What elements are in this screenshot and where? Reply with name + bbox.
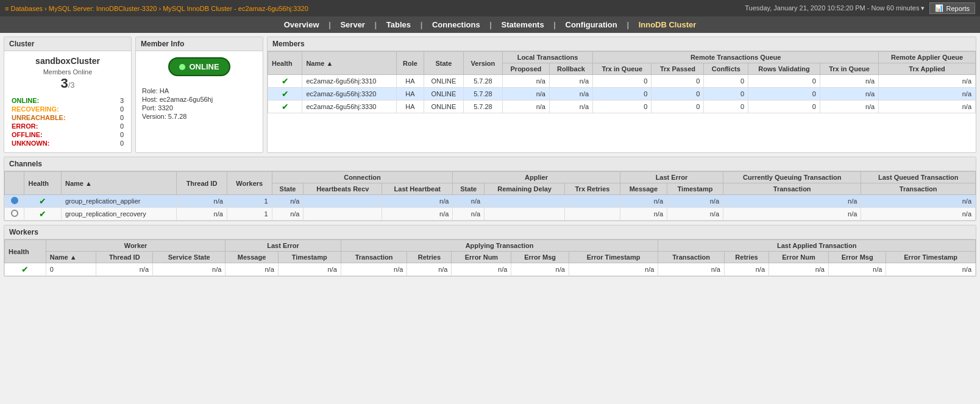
member-trx-applied: n/a <box>879 88 976 101</box>
ch-col-workers: Workers <box>227 172 272 195</box>
top-row: Cluster sandboxCluster Members Online 3/… <box>4 37 976 153</box>
breadcrumb-server[interactable]: MySQL Server: InnoDBCluster-3320 <box>49 5 157 12</box>
ch-curr-trx: n/a <box>723 208 861 221</box>
member-state: ONLINE <box>424 75 463 88</box>
cluster-body: sandboxCluster Members Online 3/3 ONLINE… <box>4 51 131 152</box>
ch-ts-col: Timestamp <box>667 183 723 195</box>
nav-connections[interactable]: Connections <box>432 20 480 29</box>
status-unreachable: UNREACHABLE: 0 <box>9 113 126 122</box>
ch-workers: 1 <box>227 208 272 221</box>
ch-applier-state: n/a <box>453 208 485 221</box>
ch-last-trx: n/a <box>861 195 976 208</box>
members-panel: Members Health Name ▲ Role State Version… <box>267 37 976 153</box>
ch-hb-recv-col: Heartbeats Recv <box>304 183 382 195</box>
member-trx-applied: n/a <box>879 75 976 88</box>
wk-col-retries: Retries <box>407 252 452 263</box>
ch-hb-recv <box>304 195 382 208</box>
ch-message: n/a <box>620 195 667 208</box>
member-proposed: n/a <box>502 88 549 101</box>
wk-col-group-worker: Worker <box>46 240 225 252</box>
nav-tables[interactable]: Tables <box>386 20 411 29</box>
member-row[interactable]: ✔ ec2amaz-6gu56hj:3320 HA ONLINE 5.7.28 … <box>268 88 976 101</box>
wk-col-name[interactable]: Name ▲ <box>46 252 96 263</box>
channels-table: Health Name ▲ Thread ID Workers Connecti… <box>4 171 976 221</box>
status-grid: ONLINE: 3 RECOVERING: 0 UNREACHABLE: 0 E… <box>9 96 126 147</box>
member-row[interactable]: ✔ ec2amaz-6gu56hj:3330 HA ONLINE 5.7.28 … <box>268 101 976 113</box>
member-version: 5.7.28 <box>464 101 503 113</box>
col-proposed: Proposed <box>502 63 549 75</box>
member-role: HA <box>397 88 424 101</box>
channels-body: Health Name ▲ Thread ID Workers Connecti… <box>4 171 976 221</box>
ch-trx-retries-col: Trx Retries <box>565 183 620 195</box>
radio-filled-icon <box>11 197 18 204</box>
nav-configuration[interactable]: Configuration <box>566 20 617 29</box>
member-proposed: n/a <box>502 101 549 113</box>
worker-row[interactable]: ✔ 0 n/a n/a n/a n/a n/a n/a n/a n/a n/a … <box>5 263 976 276</box>
ch-thread-id: n/a <box>177 208 227 221</box>
ch-thread-id: n/a <box>177 195 227 208</box>
nav-server[interactable]: Server <box>340 20 364 29</box>
nav-overview[interactable]: Overview <box>284 20 319 29</box>
member-role: HA <box>397 101 424 113</box>
col-name[interactable]: Name ▲ <box>302 52 397 75</box>
member-name: ec2amaz-6gu56hj:3320 <box>302 88 397 101</box>
wk-apply-trx: n/a <box>341 263 407 276</box>
channel-row[interactable]: ✔ group_replication_applier n/a 1 n/a n/… <box>5 195 976 208</box>
version-info: Version: 5.7.28 <box>142 113 257 120</box>
status-recovering: RECOVERING: 0 <box>9 105 126 113</box>
col-role: Role <box>397 52 424 75</box>
wk-col-service-state: Service State <box>153 252 225 263</box>
ch-col-name[interactable]: Name ▲ <box>61 172 176 195</box>
member-info-header: Member Info <box>136 37 263 51</box>
member-conflicts: 0 <box>704 75 748 88</box>
member-trx-passed: 0 <box>652 101 704 113</box>
online-label: ONLINE <box>189 62 219 71</box>
status-online: ONLINE: 3 <box>9 96 126 105</box>
wk-err-ts: n/a <box>569 263 658 276</box>
members-count-display: 3/3 <box>9 76 126 91</box>
member-trx-q: 0 <box>593 101 652 113</box>
radio-empty-icon <box>11 210 18 217</box>
member-rollback: n/a <box>549 88 592 101</box>
wk-last-retries: n/a <box>724 263 769 276</box>
member-remote-trx-q: n/a <box>820 75 878 88</box>
channel-row[interactable]: ✔ group_replication_recovery n/a 1 n/a n… <box>5 208 976 221</box>
member-remote-trx-q: n/a <box>820 101 878 113</box>
members-table: Health Name ▲ Role State Version Local T… <box>268 51 976 113</box>
ch-radio[interactable] <box>5 208 24 221</box>
members-header: Members <box>268 37 976 51</box>
ch-col-thread-id: Thread ID <box>177 172 227 195</box>
members-online-label: Members Online <box>9 68 126 76</box>
ch-message: n/a <box>620 208 667 221</box>
reports-button[interactable]: 📊 Reports <box>929 2 975 14</box>
col-conflicts: Conflicts <box>704 63 748 75</box>
col-group-remote-q: Remote Transactions Queue <box>593 52 879 63</box>
wk-last-err-msg: n/a <box>828 263 886 276</box>
member-name: ec2amaz-6gu56hj:3330 <box>302 101 397 113</box>
breadcrumb-cluster[interactable]: MySQL InnoDB Cluster - ec2amaz-6gu56hj:3… <box>163 5 308 12</box>
col-rollback: Rollback <box>549 63 592 75</box>
nav-innodb-cluster[interactable]: InnoDB Cluster <box>639 20 697 29</box>
time-info: Tuesday, January 21, 2020 10:52:20 PM - … <box>745 4 925 12</box>
port-info: Port: 3320 <box>142 104 257 112</box>
nav-statements[interactable]: Statements <box>502 20 544 29</box>
cluster-name: sandboxCluster <box>9 56 126 66</box>
col-trx-applied: Trx Applied <box>879 63 976 75</box>
ch-timestamp: n/a <box>667 195 723 208</box>
member-rollback: n/a <box>549 101 592 113</box>
member-rows-val: 0 <box>748 88 820 101</box>
wk-col-group-last-error: Last Error <box>225 240 341 252</box>
ch-radio[interactable] <box>5 195 24 208</box>
ch-col-group-last-q: Last Queued Transaction <box>861 172 976 183</box>
wk-last-err-num: n/a <box>769 263 829 276</box>
ch-applier-state-col: State <box>453 183 485 195</box>
member-row[interactable]: ✔ ec2amaz-6gu56hj:3310 HA ONLINE 5.7.28 … <box>268 75 976 88</box>
member-rollback: n/a <box>549 75 592 88</box>
wk-col-err-ts: Error Timestamp <box>569 252 658 263</box>
cluster-header: Cluster <box>4 37 131 51</box>
role-info: Role: HA <box>142 87 257 94</box>
ch-curr-trx: n/a <box>723 195 861 208</box>
ch-name: group_replication_applier <box>61 195 176 208</box>
workers-body: Health Worker Last Error Applying Transa… <box>4 239 976 276</box>
ch-col-group-applier: Applier <box>453 172 620 183</box>
